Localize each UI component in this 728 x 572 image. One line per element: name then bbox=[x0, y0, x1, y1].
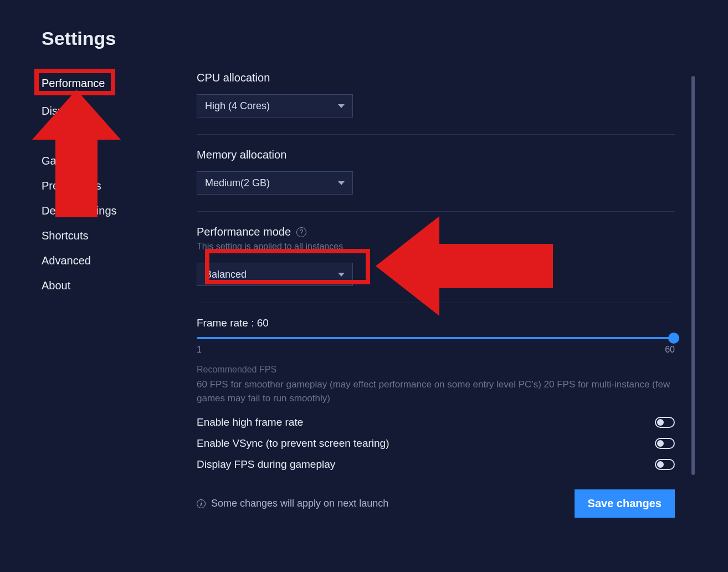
cpu-allocation-select[interactable]: High (4 Cores) bbox=[197, 94, 353, 118]
memory-allocation-value: Medium(2 GB) bbox=[205, 177, 270, 189]
sidebar-item-advanced[interactable]: Advanced bbox=[42, 254, 91, 267]
sidebar-item-gamepad[interactable]: Gamepad bbox=[42, 155, 90, 167]
save-changes-button[interactable]: Save changes bbox=[575, 489, 675, 518]
chevron-down-icon bbox=[338, 273, 345, 277]
chevron-down-icon bbox=[338, 104, 345, 108]
main-panel: CPU allocation High (4 Cores) Memory all… bbox=[197, 72, 691, 572]
display-fps-label: Display FPS during gameplay bbox=[197, 458, 335, 471]
info-icon: i bbox=[197, 499, 206, 508]
performance-mode-select[interactable]: Balanced bbox=[197, 263, 353, 286]
sidebar-item-graphics[interactable]: Graphics bbox=[42, 130, 86, 142]
frame-rate-slider[interactable] bbox=[197, 337, 675, 339]
sidebar-item-about[interactable]: About bbox=[42, 279, 70, 292]
sidebar-item-device-settings[interactable]: Device settings bbox=[42, 205, 117, 217]
footer-note: Some changes will apply on next launch bbox=[211, 498, 388, 509]
sidebar-item-preferences[interactable]: Preferences bbox=[42, 180, 101, 192]
frame-rate-label: Frame rate : 60 bbox=[197, 317, 675, 329]
memory-allocation-select[interactable]: Medium(2 GB) bbox=[197, 171, 353, 195]
slider-thumb[interactable] bbox=[668, 333, 679, 344]
help-icon[interactable]: ? bbox=[296, 227, 306, 237]
enable-vsync-label: Enable VSync (to prevent screen tearing) bbox=[197, 437, 389, 450]
chevron-down-icon bbox=[338, 181, 345, 185]
enable-high-frame-rate-label: Enable high frame rate bbox=[197, 416, 303, 428]
enable-vsync-toggle[interactable] bbox=[655, 438, 675, 449]
frame-rate-min: 1 bbox=[197, 345, 202, 355]
frame-rate-max: 60 bbox=[665, 345, 675, 355]
recommended-fps-body: 60 FPS for smoother gameplay (may effect… bbox=[197, 378, 675, 405]
scrollbar[interactable] bbox=[691, 76, 695, 475]
enable-high-frame-rate-toggle[interactable] bbox=[655, 417, 675, 428]
recommended-fps-head: Recommended FPS bbox=[197, 365, 675, 375]
sidebar-item-shortcuts[interactable]: Shortcuts bbox=[42, 229, 88, 242]
memory-allocation-label: Memory allocation bbox=[197, 149, 675, 161]
performance-mode-value: Balanced bbox=[205, 269, 247, 280]
cpu-allocation-label: CPU allocation bbox=[197, 72, 675, 84]
performance-mode-label: Performance mode bbox=[197, 226, 291, 238]
page-title: Settings bbox=[42, 28, 695, 49]
cpu-allocation-value: High (4 Cores) bbox=[205, 100, 270, 112]
sidebar-item-display[interactable]: Display bbox=[42, 105, 78, 118]
sidebar-item-performance[interactable]: Performance bbox=[42, 77, 105, 93]
display-fps-toggle[interactable] bbox=[655, 459, 675, 470]
performance-mode-sub: This setting is applied to all instances bbox=[197, 242, 675, 252]
sidebar: Performance Display Graphics Gamepad Pre… bbox=[42, 72, 197, 572]
